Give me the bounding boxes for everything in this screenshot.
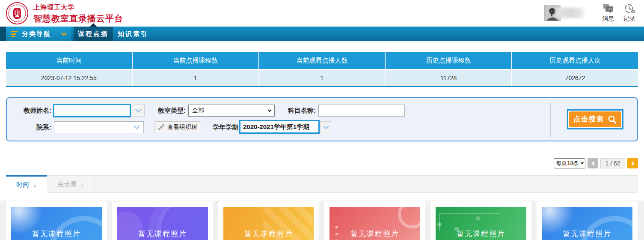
page-size-value: 每页18条 xyxy=(556,159,579,167)
classroom-type-label: 教室类型: xyxy=(151,104,186,117)
course-card[interactable]: 暂无课程照片 xyxy=(430,201,531,240)
university-logo-seal-icon xyxy=(6,2,29,25)
subject-name-input[interactable] xyxy=(318,105,405,117)
search-button-label: 点击搜索 xyxy=(573,115,604,124)
teacher-dropdown-button[interactable] xyxy=(132,105,145,117)
teacher-name-label: 教师姓名: xyxy=(7,104,51,117)
search-button[interactable]: 点击搜索 xyxy=(569,111,621,127)
subject-name-label: 科目名称: xyxy=(281,104,316,117)
messages-button[interactable]: 消息 xyxy=(599,3,617,23)
magnifier-icon xyxy=(608,115,617,124)
stats-value-current-courses: 1 xyxy=(132,70,258,86)
messages-label: 消息 xyxy=(602,15,614,23)
course-thumbnail-placeholder: 暂无课程照片 xyxy=(223,207,314,240)
stats-value-current-time: 2023-07-12 15:22:55 xyxy=(6,70,132,86)
stats-header-history-views: 历史观看点播人次 xyxy=(511,52,638,69)
semester-value: 2020-2021学年第1学期 xyxy=(243,123,309,131)
view-org-tree-button[interactable]: 查看组织树 xyxy=(154,121,201,133)
prev-page-button[interactable] xyxy=(588,158,598,168)
org-tree-button-label: 查看组织树 xyxy=(167,123,197,131)
username-redacted[interactable] xyxy=(555,8,584,18)
pagination: 每页18条 1 / 62 xyxy=(554,158,638,168)
stats-header-current-time: 当前时间 xyxy=(6,52,132,69)
course-card[interactable]: 暂无课程照片 xyxy=(537,201,638,240)
course-card[interactable]: 暂无课程照片 xyxy=(6,201,107,240)
no-photo-label: 暂无课程照片 xyxy=(138,229,187,239)
no-photo-label: 暂无课程照片 xyxy=(350,229,399,239)
chevron-down-icon xyxy=(581,161,584,164)
page-size-select[interactable]: 每页18条 xyxy=(554,158,585,168)
records-label: 记录 xyxy=(623,15,635,23)
no-photo-label: 暂无课程照片 xyxy=(457,229,505,239)
main-navbar: 分类导航 课程点播 知识索引 xyxy=(0,27,644,41)
course-thumbnail-placeholder: 暂无课程照片 xyxy=(329,207,420,240)
classroom-type-value: 全部 xyxy=(192,107,204,114)
sort-clicks-label: 点击量 xyxy=(58,180,77,188)
stats-header-history-courses: 历史点播课程数 xyxy=(385,52,511,69)
chat-bubbles-icon xyxy=(602,3,614,14)
search-panel: 教师姓名: 教室类型: 全部 科目名称: 院系: 查看组织树 学年学期: 202… xyxy=(6,97,638,141)
course-thumbnail-placeholder: 暂无课程照片 xyxy=(11,207,102,240)
chevron-down-icon xyxy=(134,123,140,130)
stats-table: 当前时间 当前点播课程数 当前观看点播人数 历史点播课程数 历史观看点播人次 2… xyxy=(6,52,638,87)
department-select[interactable] xyxy=(54,121,144,133)
tab-course-ondemand[interactable]: 课程点播 xyxy=(74,27,113,41)
no-photo-label: 暂无课程照片 xyxy=(563,229,611,239)
chevron-right-icon xyxy=(630,161,634,165)
chevron-down-icon xyxy=(135,106,142,113)
category-nav-label: 分类导航 xyxy=(22,30,51,38)
course-card[interactable]: 暂无课程照片 xyxy=(218,201,319,240)
stats-value-history-views: 702672 xyxy=(511,70,638,86)
chevron-down-icon xyxy=(322,123,329,130)
stats-value-history-courses: 11728 xyxy=(385,70,511,86)
university-name: 上海理工大学 xyxy=(33,3,123,12)
stats-header-current-courses: 当前点播课程数 xyxy=(132,52,258,69)
tab-knowledge-index[interactable]: 知识索引 xyxy=(113,27,153,41)
sort-desc-arrow-icon: ↓ xyxy=(81,180,84,188)
page-indicator: 1 / 62 xyxy=(600,158,625,168)
stats-header-current-viewers: 当前观看点播人数 xyxy=(258,52,385,69)
chevron-left-icon xyxy=(591,161,596,165)
stats-value-row: 2023-07-12 15:22:55 1 1 11728 702672 xyxy=(6,69,638,86)
hamburger-icon xyxy=(11,31,18,37)
avatar-question-glyph: ? xyxy=(549,6,555,18)
no-photo-label: 暂无课程照片 xyxy=(32,229,81,239)
course-card[interactable]: 暂无课程照片 xyxy=(324,201,425,240)
brand-titles: 上海理工大学 智慧教室直录播云平台 xyxy=(33,3,123,24)
panel-divider xyxy=(550,103,551,137)
course-thumbnail-placeholder: 暂无课程照片 xyxy=(117,207,208,240)
sort-desc-arrow-icon: ↓ xyxy=(33,181,36,189)
next-page-button[interactable] xyxy=(627,158,638,168)
course-thumbnail-placeholder: 暂无课程照片 xyxy=(436,207,526,240)
header: 上海理工大学 智慧教室直录播云平台 ? 消息 记录 xyxy=(0,0,644,27)
search-button-focus-ring: 点击搜索 xyxy=(567,109,623,129)
chain-links-icon xyxy=(158,124,165,131)
history-clock-icon xyxy=(624,3,635,14)
classroom-type-select[interactable]: 全部 xyxy=(188,105,275,117)
course-card-grid: 暂无课程照片 暂无课程照片 暂无课程照片 暂无课程照片 暂无课程照片 暂无课程照… xyxy=(6,201,638,240)
no-photo-label: 暂无课程照片 xyxy=(244,229,293,239)
stats-header-row: 当前时间 当前点播课程数 当前观看点播人数 历史点播课程数 历史观看点播人次 xyxy=(6,52,638,69)
course-thumbnail-placeholder: 暂无课程照片 xyxy=(542,207,632,240)
semester-dropdown-button[interactable] xyxy=(320,121,331,133)
teacher-name-input[interactable] xyxy=(53,104,131,117)
category-nav-menu[interactable]: 分类导航 xyxy=(6,27,71,41)
course-card[interactable]: 暂无课程照片 xyxy=(112,201,213,240)
semester-select[interactable]: 2020-2021学年第1学期 xyxy=(239,120,320,134)
semester-label: 学年学期: xyxy=(205,121,240,134)
navbar-left-edge xyxy=(0,27,6,41)
sort-tab-bar: 时间 ↓ 点击量 ↓ xyxy=(6,175,638,193)
platform-name: 智慧教室直录播云平台 xyxy=(33,13,123,24)
chevron-down-icon xyxy=(61,30,67,36)
stats-value-current-viewers: 1 xyxy=(258,70,385,86)
sort-time-label: 时间 xyxy=(16,181,29,189)
chevron-down-icon xyxy=(268,108,271,111)
sort-tab-time[interactable]: 时间 ↓ xyxy=(6,175,47,193)
department-label: 院系: xyxy=(7,121,51,134)
sort-tab-clicks[interactable]: 点击量 ↓ xyxy=(47,176,95,192)
records-button[interactable]: 记录 xyxy=(620,3,639,23)
